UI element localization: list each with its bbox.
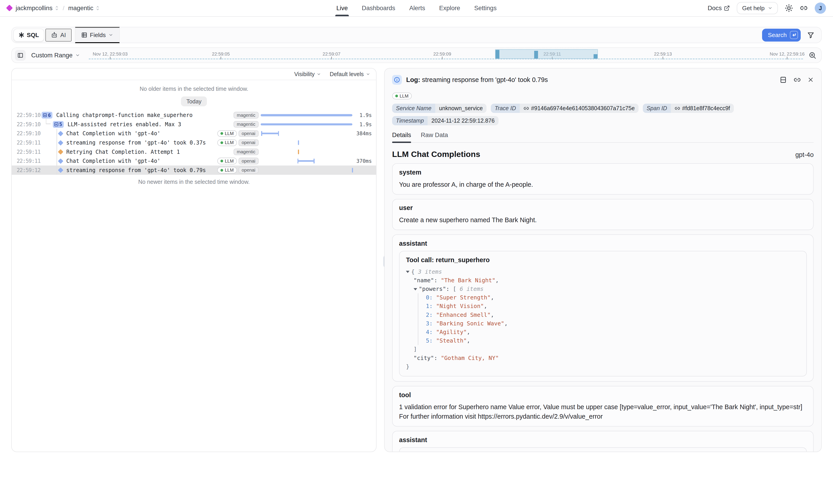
chevron-down-icon [109,32,113,37]
service-badge: magentic [234,112,258,118]
vendor-badge: openai [239,130,259,137]
project-selector[interactable]: magentic [68,4,100,12]
gantt-track [260,138,354,147]
log-list-header: Visibility Default levels [12,68,376,80]
tab-alerts[interactable]: Alerts [409,0,425,16]
timeline-track[interactable]: Nov 12, 22:59:03 22:59:05 22:59:07 22:59… [89,48,803,63]
user-avatar[interactable]: J [815,2,826,14]
search-button[interactable]: Search [762,29,801,42]
link-icon [675,106,680,111]
search-label: Search [768,32,787,39]
span-diamond-icon [58,158,63,164]
get-help-label: Get help [742,5,765,12]
time-range-label: Custom Range [31,52,72,59]
timeline-tick-mark [110,57,111,59]
chevron-down-icon [768,6,772,10]
tab-dashboards[interactable]: Dashboards [362,0,395,16]
robot-icon [51,32,57,39]
tab-live[interactable]: Live [336,0,348,16]
timeline-baseline [89,58,803,59]
zoom-in-button[interactable] [808,51,816,59]
timeline-tick-label: 22:59:13 [654,51,672,57]
log-row[interactable]: 22:59:10 Chat Completion with 'gpt-4o' L… [12,129,376,138]
levels-dropdown[interactable]: Default levels [330,71,370,77]
log-row-selected[interactable]: 22:59:12 streaming response from 'gpt-4o… [12,166,376,175]
message-card-assistant: assistant Tool call: return_superhero { … [392,234,814,382]
collapse-caret-icon[interactable] [413,288,417,290]
span-id-pill[interactable]: Span ID #fd81e8f78c4ecc9f [643,104,734,113]
log-row[interactable]: 22:59:11 Chat Completion with 'gpt-4o' L… [12,157,376,166]
today-pill[interactable]: Today [181,96,207,106]
enter-key-icon [790,31,798,39]
log-message: streaming response from 'gpt-4o' took 0.… [66,140,206,146]
share-link-button[interactable] [800,4,808,12]
histogram-bar [496,50,499,58]
query-input[interactable] [120,27,762,43]
model-name: gpt-4o [795,151,814,159]
updown-chevrons-icon [55,5,59,11]
green-dot-icon [395,95,398,97]
timeline-tick-mark [331,57,332,59]
gantt-track [260,166,354,175]
log-row[interactable]: 22:59:10 5 LLM-assisted retries enabled.… [12,120,376,129]
gantt-track [260,111,354,120]
sql-mode-button[interactable]: SQL [13,29,44,42]
collapse-minus-icon [43,113,47,117]
collapse-toggle[interactable]: 5 [53,121,64,128]
brand-logo-icon [6,5,13,11]
chevron-down-icon [366,72,370,76]
tool-call-card: Tool call: return_superhero { 3 items "n… [399,447,807,452]
tab-explore[interactable]: Explore [439,0,460,16]
trace-id-pill[interactable]: Trace ID #9146a6974e4e6140538043607a71c7… [491,104,638,113]
time-range-selector[interactable]: Custom Range [31,52,80,59]
log-row[interactable]: 22:59:10 6 Calling chatprompt-function m… [12,111,376,120]
log-row[interactable]: 22:59:11 streaming response from 'gpt-4o… [12,138,376,147]
info-icon [392,75,402,85]
service-name-pill[interactable]: Service Name unknown_service [392,104,486,113]
gantt-track [260,129,354,138]
docs-link[interactable]: Docs [708,4,730,12]
visibility-dropdown[interactable]: Visibility [294,71,321,77]
filter-button[interactable] [807,32,814,39]
timeline-tick-mark [663,57,663,59]
visibility-label: Visibility [294,71,315,77]
gantt-bar [261,114,352,116]
tool-call-title: Tool call: return_superhero [406,256,800,264]
detail-title: Log: streaming response from 'gpt-4o' to… [406,76,548,83]
collapse-toggle[interactable]: 6 [42,112,53,119]
collapse-caret-icon[interactable] [406,271,409,273]
copy-link-button[interactable] [794,76,801,83]
log-message: Chat Completion with 'gpt-4o' [66,130,160,137]
vendor-badge: openai [239,167,259,173]
fields-button[interactable]: Fields [75,27,120,43]
tab-details[interactable]: Details [392,131,411,143]
span-diamond-icon [58,131,63,136]
gantt-cap [313,159,315,163]
timestamp-pill[interactable]: Timestamp 2024-11-12 22:59:12.876 [392,116,499,125]
ai-mode-button[interactable]: AI [45,29,72,42]
detail-kind-label: Log: [406,76,420,83]
tab-raw-data[interactable]: Raw Data [421,131,448,143]
log-row[interactable]: 22:59:11 Retrying Chat Completion. Attem… [12,147,376,157]
message-text: You are professor A, in charge of the A-… [399,180,807,189]
org-selector[interactable]: jackmpcollins [16,4,59,12]
split-view-button[interactable] [780,76,787,83]
timeline-selection[interactable] [495,49,598,59]
message-role: assistant [399,436,807,444]
sun-icon [785,4,793,12]
service-name-value: unknown_service [435,104,486,113]
theme-toggle-button[interactable] [785,4,793,12]
sidebar-toggle-button[interactable] [15,50,26,61]
close-button[interactable] [808,77,814,82]
tab-settings[interactable]: Settings [474,0,497,16]
get-help-button[interactable]: Get help [737,2,778,14]
log-duration: 1.9s [356,121,376,127]
message-role: assistant [399,240,807,247]
llm-badge: LLM [392,93,411,99]
table-grid-icon [81,32,87,38]
histogram-bar [534,51,538,58]
timeline-tick-label: Nov 12, 22:59:03 [93,51,127,57]
vendor-badge: openai [239,139,259,146]
section-header: LLM Chat Completions gpt-4o [392,150,814,159]
service-badge: magentic [234,121,258,127]
